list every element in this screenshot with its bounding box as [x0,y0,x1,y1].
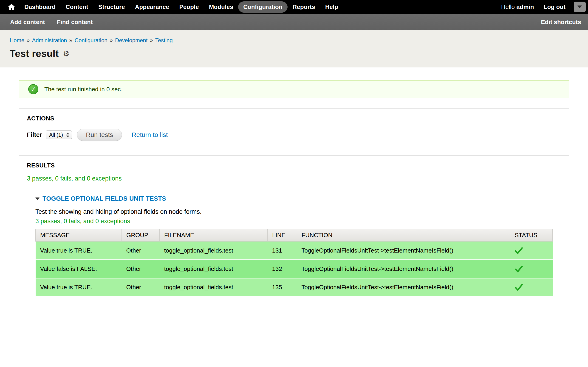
cell-filename: toggle_optional_fields.test [160,278,268,297]
results-panel: RESULTS 3 passes, 0 fails, and 0 excepti… [19,155,569,315]
results-legend: RESULTS [27,162,561,169]
cell-status [510,242,553,260]
edit-shortcuts-link[interactable]: Edit shortcuts [541,19,581,26]
cell-message: Value true is TRUE. [36,278,122,297]
results-summary: 3 passes, 0 fails, and 0 exceptions [27,175,561,182]
cell-function: ToggleOptionalFieldsUnitTest->testElemen… [297,278,510,297]
chevron-down-icon [578,6,582,8]
run-tests-button[interactable]: Run tests [77,129,122,141]
toolbar-menu-item[interactable]: Reports [288,1,320,13]
cell-group: Other [122,278,160,297]
results-table-body: Value true is TRUE. Other toggle_optiona… [36,242,553,297]
cell-filename: toggle_optional_fields.test [160,260,268,278]
cell-group: Other [122,260,160,278]
toolbar-menu-item[interactable]: Appearance [130,1,174,13]
toolbar-menu-item[interactable]: Content [61,1,93,13]
breadcrumb-link[interactable]: Configuration [75,37,107,43]
shortcuts-bar: Add contentFind content Edit shortcuts [0,14,588,30]
status-message: ✓ The test run finished in 0 sec. [19,80,569,98]
collapse-arrow-icon [35,198,40,200]
breadcrumb-item: Configuration» [75,37,115,43]
toolbar-left: DashboardContentStructureAppearancePeopl… [5,0,343,14]
test-group-summary: 3 passes, 0 fails, and 0 exceptions [35,218,553,225]
breadcrumb-separator: » [110,37,113,43]
cell-function: ToggleOptionalFieldsUnitTest->testElemen… [297,242,510,260]
toolbar-menu: DashboardContentStructureAppearancePeopl… [19,1,343,13]
pass-check-icon [515,247,523,254]
breadcrumb: Home»Administration»Configuration»Develo… [10,37,588,44]
main-content: ✓ The test run finished in 0 sec. ACTION… [0,67,588,347]
home-button[interactable] [5,0,18,14]
cell-function: ToggleOptionalFieldsUnitTest->testElemen… [297,260,510,278]
select-stepper-icon [66,133,69,137]
shortcut-link[interactable]: Find content [57,19,93,26]
breadcrumb-link[interactable]: Testing [155,37,173,43]
shortcut-items: Add contentFind content [10,19,93,26]
filter-label: Filter [27,131,42,139]
test-group-toggle[interactable]: TOGGLE OPTIONAL FIELDS UNIT TESTS [35,195,553,202]
column-header: GROUP [122,229,160,242]
toolbar-menu-item[interactable]: Help [320,1,343,13]
column-header: FILENAME [160,229,268,242]
column-header: LINE [268,229,297,242]
cell-status [510,278,553,297]
cell-filename: toggle_optional_fields.test [160,242,268,260]
breadcrumb-separator: » [69,37,72,43]
breadcrumb-link[interactable]: Development [115,37,147,43]
cell-message: Value false is FALSE. [36,260,122,278]
test-group-fieldset: TOGGLE OPTIONAL FIELDS UNIT TESTS Test t… [27,189,561,307]
admin-toolbar: DashboardContentStructureAppearancePeopl… [0,0,588,14]
column-header: FUNCTION [297,229,510,242]
toolbar-menu-item[interactable]: Dashboard [19,1,61,13]
toolbar-toggle-button[interactable] [574,2,586,12]
breadcrumb-item: Home» [10,37,32,43]
column-header: MESSAGE [36,229,122,242]
greeting-prefix: Hello [501,3,516,10]
toolbar-menu-item[interactable]: People [174,1,204,13]
breadcrumb-item: Testing» [155,37,173,43]
cell-line: 135 [268,278,297,297]
test-group-title: TOGGLE OPTIONAL FIELDS UNIT TESTS [43,195,166,202]
cell-status [510,260,553,278]
toolbar-right: Hello admin Log out [501,3,585,10]
results-table: MESSAGEGROUPFILENAMELINEFUNCTIONSTATUS V… [35,229,553,297]
title-row: Test result ⚙ [10,48,588,59]
pass-check-icon [515,284,523,291]
toolbar-menu-item[interactable]: Structure [93,1,130,13]
home-icon [8,4,15,10]
breadcrumb-link[interactable]: Administration [32,37,67,43]
status-message-text: The test run finished in 0 sec. [44,86,122,93]
table-row: Value false is FALSE. Other toggle_optio… [36,260,553,278]
page-title: Test result [10,48,59,59]
toolbar-menu-item[interactable]: Configuration [238,1,287,13]
toolbar-menu-item[interactable]: Modules [204,1,238,13]
cell-line: 132 [268,260,297,278]
status-check-icon: ✓ [28,84,38,94]
table-row: Value true is TRUE. Other toggle_optiona… [36,242,553,260]
cell-line: 131 [268,242,297,260]
test-group-description: Test the showing and hiding of optional … [35,208,553,215]
return-to-list-link[interactable]: Return to list [132,131,168,139]
username: admin [516,3,534,10]
greeting-text: Hello admin [501,3,534,10]
breadcrumb-item: Development» [115,37,155,43]
results-table-head: MESSAGEGROUPFILENAMELINEFUNCTIONSTATUS [36,229,553,242]
breadcrumb-separator: » [27,37,30,43]
actions-row: Filter All (1) Run tests Return to list [27,129,561,141]
contextual-gear-icon[interactable]: ⚙ [63,50,69,57]
filter-select-value: All (1) [49,132,63,138]
cell-group: Other [122,242,160,260]
cell-message: Value true is TRUE. [36,242,122,260]
table-row: Value true is TRUE. Other toggle_optiona… [36,278,553,297]
actions-legend: ACTIONS [27,115,561,122]
actions-panel: ACTIONS Filter All (1) Run tests Return … [19,108,569,149]
column-header: STATUS [510,229,553,242]
pass-check-icon [515,265,523,273]
filter-select[interactable]: All (1) [46,131,72,139]
breadcrumb-separator: » [150,37,153,43]
breadcrumb-link[interactable]: Home [10,37,24,43]
breadcrumb-item: Administration» [32,37,74,43]
logout-link[interactable]: Log out [544,3,565,10]
page-header: Home»Administration»Configuration»Develo… [0,30,588,67]
shortcut-link[interactable]: Add content [10,19,45,26]
